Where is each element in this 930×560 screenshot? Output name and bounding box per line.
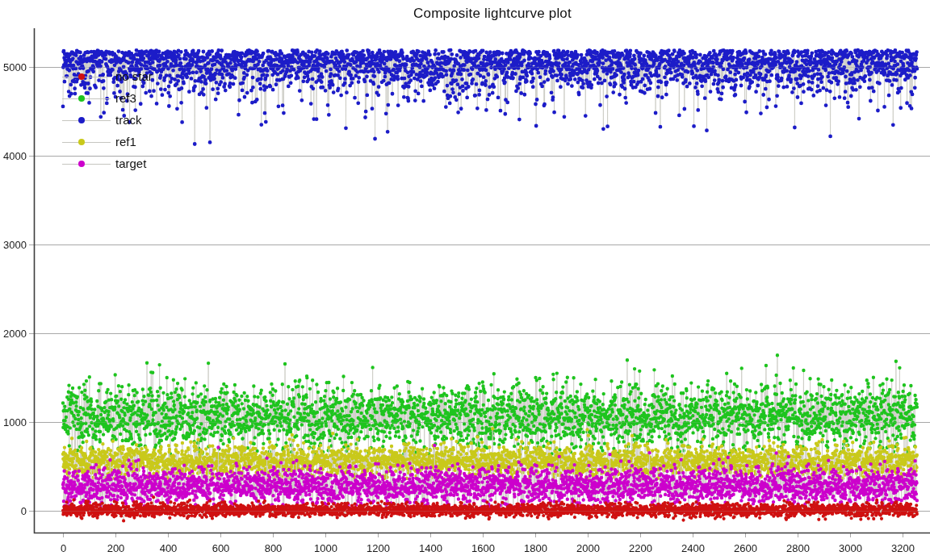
legend-item-track: track [61,109,153,131]
legend-line [62,164,111,165]
legend-line [62,98,111,99]
legend-item-target: target [61,153,153,174]
legend-item-no-star: no star [61,65,153,87]
legend-line [62,77,111,77]
legend-line [62,142,111,143]
legend-item-ref1: ref1 [61,131,153,153]
legend-item-ref3: ref3 [61,87,153,109]
legend-label: target [115,157,146,170]
legend-marker-dot [78,95,85,102]
legend-marker-dot [78,139,85,145]
legend-label: no star [115,69,153,83]
legend-marker-dot [78,117,85,123]
chart-title: Composite lightcurve plot [55,6,930,22]
legend-label: ref1 [115,135,136,148]
legend-marker-dot [78,161,85,167]
legend-label: ref3 [115,91,136,105]
legend-label: track [115,113,142,127]
legend: no star ref3 track ref1 target [61,65,153,174]
legend-line [62,120,111,121]
chart-container: Composite lightcurve plot no star ref3 t… [0,0,930,560]
legend-marker-dot [78,73,85,80]
